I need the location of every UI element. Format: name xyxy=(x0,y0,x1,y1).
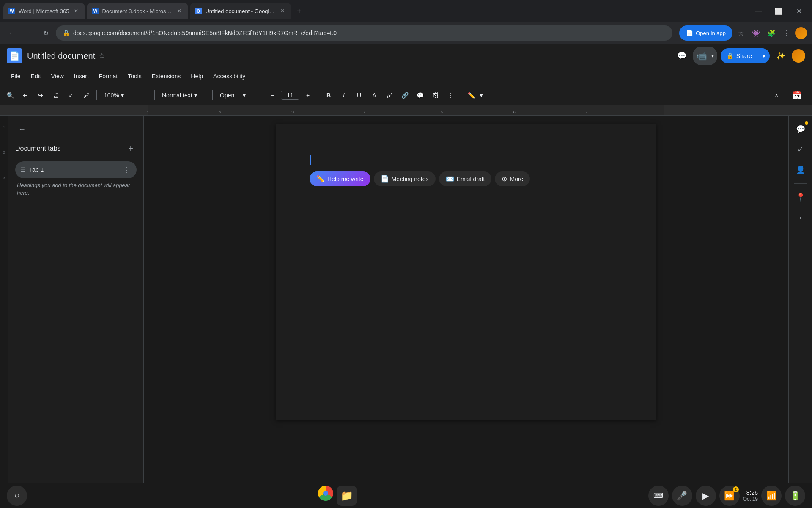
underline-button[interactable]: U xyxy=(352,88,366,102)
new-tab-button[interactable]: + xyxy=(293,5,305,17)
play-button[interactable]: ▶ xyxy=(696,486,716,506)
comments-panel-button[interactable]: 💬 xyxy=(792,121,809,138)
browser-tab-gdocs[interactable]: D Untitled document - Google Do... ✕ xyxy=(190,3,291,19)
menu-help[interactable]: Help xyxy=(187,71,207,81)
menu-edit[interactable]: Edit xyxy=(27,71,45,81)
files-app-button[interactable]: 📁 xyxy=(337,486,357,506)
maximize-button[interactable]: ⬜ xyxy=(769,4,788,18)
tab-title-word2: Document 3.docx - Microsoft W... xyxy=(102,8,172,14)
browser-tab-word2[interactable]: W Document 3.docx - Microsoft W... ✕ xyxy=(87,3,188,19)
edit-mode-chevron[interactable]: ▾ xyxy=(480,91,483,99)
font-dropdown[interactable]: Open ... ▾ xyxy=(216,90,258,101)
open-in-app-button[interactable]: 📄 Open in app xyxy=(679,25,732,41)
extension-button[interactable]: 🧩 xyxy=(765,26,778,40)
paragraph-style-dropdown[interactable]: Normal text ▾ xyxy=(158,90,209,101)
menu-view[interactable]: View xyxy=(47,71,68,81)
print-button[interactable]: 🖨 xyxy=(49,88,63,102)
meet-button[interactable]: 📹 ▾ xyxy=(693,47,717,65)
wifi-button[interactable]: 📶 xyxy=(761,486,782,506)
tab-close-gdocs[interactable]: ✕ xyxy=(279,7,286,15)
share-dropdown-button[interactable]: ▾ xyxy=(758,48,770,64)
more-icon: ⊕ xyxy=(502,175,507,183)
more-options-button[interactable]: ⋮ xyxy=(444,88,457,102)
menu-file[interactable]: File xyxy=(7,71,25,81)
gemini-button[interactable]: ✨ xyxy=(773,48,788,64)
link-button[interactable]: 🔗 xyxy=(398,88,411,102)
main-area: 1 2 3 ← Document tabs + ☰ Tab 1 ⋮ Headin… xyxy=(0,116,812,483)
tab-1-more-button[interactable]: ⋮ xyxy=(121,165,132,175)
back-button[interactable]: ← xyxy=(5,26,19,40)
url-bar[interactable]: 🔒 docs.google.com/document/d/1nONcdubt59… xyxy=(56,25,672,41)
font-size-increase-button[interactable]: + xyxy=(301,88,315,102)
minimize-button[interactable]: — xyxy=(749,4,768,18)
tab-close-word[interactable]: ✕ xyxy=(72,7,80,15)
help-me-write-button[interactable]: ✏️ Help me write xyxy=(310,171,370,186)
maps-icon: 📍 xyxy=(796,193,805,202)
font-size-decrease-button[interactable]: − xyxy=(266,88,279,102)
document-tab-1[interactable]: ☰ Tab 1 ⋮ xyxy=(15,161,137,178)
highlight-button[interactable]: 🖊 xyxy=(383,88,396,102)
user-avatar[interactable] xyxy=(792,49,805,63)
share-wrap: 🔒 Share ▾ xyxy=(721,48,770,64)
system-button[interactable]: ○ xyxy=(7,486,27,506)
expand-panel-button[interactable]: › xyxy=(792,209,809,226)
add-tab-button[interactable]: + xyxy=(125,143,137,155)
document-page[interactable]: ✏️ Help me write 📄 Meeting notes ✉️ Emai… xyxy=(276,124,656,420)
write-icon: ✏️ xyxy=(316,175,325,183)
battery-button[interactable]: 🔋 xyxy=(785,486,805,506)
profile-avatar[interactable] xyxy=(795,27,807,39)
maps-panel-button[interactable]: 📍 xyxy=(792,189,809,206)
bookmark-button[interactable]: ☆ xyxy=(734,26,748,40)
browser-tab-word[interactable]: W Word | Microsoft 365 ✕ xyxy=(3,3,85,19)
people-panel-button[interactable]: 👤 xyxy=(792,161,809,178)
forward-button[interactable]: → xyxy=(22,26,36,40)
font-size-box[interactable]: 11 xyxy=(281,91,299,100)
image-button[interactable]: 🖼 xyxy=(428,88,442,102)
italic-button[interactable]: I xyxy=(337,88,351,102)
menu-extensions[interactable]: Extensions xyxy=(148,71,185,81)
meeting-notes-button[interactable]: 📄 Meeting notes xyxy=(374,171,436,186)
document-area[interactable]: ✏️ Help me write 📄 Meeting notes ✉️ Emai… xyxy=(144,116,788,483)
tab-1-icon: ☰ xyxy=(20,166,26,173)
collapse-toolbar-button[interactable]: ∧ xyxy=(770,88,783,102)
microphone-button[interactable]: 🎤 xyxy=(672,486,692,506)
redo-button[interactable]: ↪ xyxy=(34,88,47,102)
url-text: docs.google.com/document/d/1nONcdubt59nm… xyxy=(73,30,666,36)
window-controls: — ⬜ ✕ xyxy=(749,4,809,18)
comment-button[interactable]: 💬 xyxy=(413,88,427,102)
edit-mode-button[interactable]: ✏️ xyxy=(464,88,478,102)
chrome-app-button[interactable] xyxy=(318,486,333,501)
share-button[interactable]: 🔒 Share xyxy=(721,48,758,64)
camouflage-button[interactable]: 👾 xyxy=(749,26,763,40)
paint-format-button[interactable]: 🖌 xyxy=(80,88,93,102)
reload-button[interactable]: ↻ xyxy=(39,26,52,40)
calendar-icon[interactable]: 📅 xyxy=(792,90,802,100)
tasks-panel-button[interactable]: ✓ xyxy=(792,141,809,158)
more-button[interactable]: ⊕ More xyxy=(495,171,530,186)
right-panel-divider xyxy=(794,183,807,184)
menu-insert[interactable]: Insert xyxy=(70,71,93,81)
menu-tools[interactable]: Tools xyxy=(123,71,146,81)
fast-forward-button[interactable]: ⏩ 2 xyxy=(719,486,740,506)
zoom-dropdown[interactable]: 100% ▾ xyxy=(100,90,151,101)
spell-check-button[interactable]: ✓ xyxy=(64,88,78,102)
star-button[interactable]: ☆ xyxy=(99,51,105,61)
menu-format[interactable]: Format xyxy=(95,71,122,81)
word2-favicon: W xyxy=(92,8,99,14)
search-button[interactable]: 🔍 xyxy=(3,88,17,102)
menu-accessibility[interactable]: Accessibility xyxy=(209,71,250,81)
left-margin-ruler: 1 2 3 xyxy=(0,116,8,483)
bold-button[interactable]: B xyxy=(322,88,335,102)
text-cursor xyxy=(310,155,311,165)
tab-close-word2[interactable]: ✕ xyxy=(176,7,183,15)
email-draft-button[interactable]: ✉️ Email draft xyxy=(439,171,492,186)
text-color-button[interactable]: A xyxy=(368,88,381,102)
comment-history-button[interactable]: 💬 xyxy=(674,48,689,64)
close-button[interactable]: ✕ xyxy=(789,4,809,18)
document-title[interactable]: Untitled document xyxy=(27,51,95,61)
keyboard-button[interactable]: ⌨ xyxy=(648,486,669,506)
menu-button[interactable]: ⋮ xyxy=(780,26,793,40)
undo-button[interactable]: ↩ xyxy=(19,88,32,102)
sidebar-back-button[interactable]: ← xyxy=(15,122,29,136)
formatting-toolbar: 🔍 ↩ ↪ 🖨 ✓ 🖌 100% ▾ Normal text ▾ Open ..… xyxy=(0,85,812,105)
